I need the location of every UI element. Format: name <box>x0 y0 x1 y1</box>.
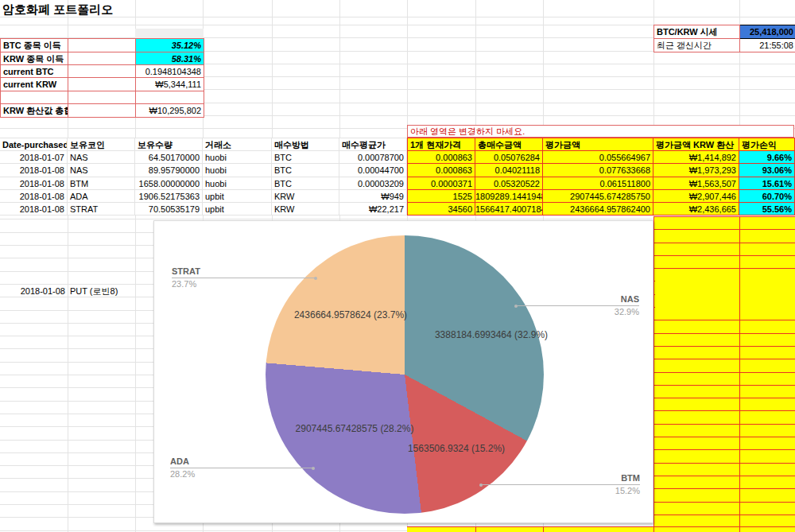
cell-avg-price[interactable]: 0.00003209 <box>339 177 407 190</box>
cell-date[interactable]: 2018-01-08 <box>0 190 68 203</box>
pie-chart-panel[interactable]: 2436664.9578624 (23.7%) 3388184.6993464 … <box>153 220 653 523</box>
cell-valuation[interactable]: 2907445.674285750 <box>543 190 653 203</box>
cell-valuation[interactable]: 0.055664967 <box>543 151 653 164</box>
cell-quantity[interactable]: 1906.52175363 <box>135 190 203 203</box>
cell-krw-conv[interactable]: ₩1,973,293 <box>653 164 739 177</box>
cell-total-buy[interactable]: 0.05076284 <box>475 151 543 164</box>
cell-empty[interactable] <box>68 78 136 91</box>
cell-valuation[interactable]: 0.061511800 <box>543 177 653 190</box>
callout-strat: STRAT 23.7% <box>172 266 316 289</box>
header-current-price[interactable]: 1개 현재가격 <box>407 138 475 151</box>
cell-method[interactable]: BTC <box>272 151 339 164</box>
cell-empty[interactable] <box>68 52 136 65</box>
yellow-filler-right[interactable] <box>653 216 795 526</box>
cell-method[interactable]: BTC <box>272 177 339 190</box>
cell-date[interactable]: 2018-01-07 <box>0 151 68 164</box>
cell-put-label[interactable]: PUT (로빈8) <box>68 285 135 298</box>
cell-empty[interactable] <box>136 91 204 104</box>
header-date[interactable]: Date-purchased <box>0 138 68 151</box>
header-valuation[interactable]: 평가금액 <box>543 138 653 151</box>
cell-exchange[interactable]: huobi <box>203 151 272 164</box>
header-avg-price[interactable]: 매수평균가 <box>339 138 407 151</box>
cell-current-price[interactable]: 1525 <box>407 190 475 203</box>
cell-method[interactable]: BTC <box>272 164 339 177</box>
yellow-filler-tall-row <box>655 274 795 316</box>
cell-empty[interactable] <box>68 39 136 52</box>
cell-krw-conv[interactable]: ₩1,414,892 <box>653 151 739 164</box>
cell-krw-conv[interactable]: ₩1,563,507 <box>653 177 739 190</box>
cell-krw-conv[interactable]: ₩2,907,446 <box>653 190 739 203</box>
cell-date[interactable]: 2018-01-08 <box>0 164 68 177</box>
cell-krw-conv[interactable]: ₩2,436,665 <box>653 203 739 216</box>
cell-method[interactable]: KRW <box>272 190 339 203</box>
cell-avg-price[interactable]: 0.00078700 <box>339 151 407 164</box>
cell-btc-gain-value[interactable]: 35.12% <box>136 39 204 52</box>
notice-banner[interactable]: 아래 영역은 변경하지 마세요. <box>407 125 794 138</box>
cell-btckrw-price[interactable]: 25,418,000 <box>740 25 795 39</box>
cell-profit[interactable]: 9.66% <box>739 151 795 164</box>
cell-total-buy[interactable]: 1809289.14419487 <box>475 190 543 203</box>
cell-current-btc-label[interactable]: current BTC <box>1 65 68 78</box>
cell-updated-time[interactable]: 21:55:08 <box>740 39 795 52</box>
cell-date[interactable]: 2018-01-08 <box>0 285 68 298</box>
cell-profit[interactable]: 93.06% <box>739 164 795 177</box>
cell-current-btc-value[interactable]: 0.1948104348 <box>136 65 204 78</box>
yellow-filler-bottom[interactable] <box>407 526 795 532</box>
sheet-title[interactable]: 암호화폐 포트폴리오 <box>2 2 113 17</box>
cell-date[interactable]: 2018-01-08 <box>0 177 68 190</box>
cell-avg-price[interactable]: ₩949 <box>339 190 407 203</box>
cell-method[interactable]: KRW <box>272 203 339 216</box>
header-exchange[interactable]: 거래소 <box>203 138 272 151</box>
header-profit[interactable]: 평가손익 <box>739 138 795 151</box>
cell-coin[interactable]: BTM <box>68 177 135 190</box>
cell-empty[interactable] <box>68 65 136 78</box>
cell-current-krw-value[interactable]: ₩5,344,111 <box>136 78 204 91</box>
cell-krw-gain-value[interactable]: 58.31% <box>136 52 204 65</box>
cell-exchange[interactable]: huobi <box>203 164 272 177</box>
cell-current-price[interactable]: 34560 <box>407 203 475 216</box>
cell-current-price[interactable]: 0.000863 <box>407 164 475 177</box>
cell-exchange[interactable]: huobi <box>203 177 272 190</box>
cell-avg-price[interactable]: ₩22,217 <box>339 203 407 216</box>
cell-krw-total-value[interactable]: ₩10,295,802 <box>136 104 204 118</box>
cell-profit[interactable]: 60.70% <box>739 190 795 203</box>
cell-profit[interactable]: 15.61% <box>739 177 795 190</box>
cell-krw-total-label[interactable]: KRW 환산값 총합 <box>1 104 68 118</box>
cell-current-krw-label[interactable]: current KRW <box>1 78 68 91</box>
cell-updated-label[interactable]: 최근 갱신시간 <box>654 39 740 52</box>
cell-exchange[interactable]: upbit <box>203 203 272 216</box>
cell-coin[interactable]: NAS <box>68 151 135 164</box>
cell-total-buy[interactable]: 1566417.40071843 <box>475 203 543 216</box>
gray-cell[interactable] <box>135 29 204 38</box>
cell-empty[interactable] <box>68 104 136 118</box>
cell-btc-gain-label[interactable]: BTC 종목 이득 <box>1 39 68 52</box>
cell-total-buy[interactable]: 0.04021118 <box>475 164 543 177</box>
header-total-buy[interactable]: 총매수금액 <box>475 138 543 151</box>
cell-quantity[interactable]: 1658.00000000 <box>135 177 203 190</box>
cell-coin[interactable]: NAS <box>68 164 135 177</box>
cell-valuation[interactable]: 0.077633668 <box>543 164 653 177</box>
header-quantity[interactable]: 보유수량 <box>135 138 203 151</box>
header-method[interactable]: 매수방법 <box>272 138 339 151</box>
cell-quantity[interactable]: 89.95790000 <box>135 164 203 177</box>
table-header-row: Date-purchased 보유코인 보유수량 거래소 매수방법 매수평균가 … <box>0 138 795 151</box>
cell-valuation[interactable]: 2436664.957862400 <box>543 203 653 216</box>
cell-empty[interactable] <box>68 91 136 104</box>
cell-krw-gain-label[interactable]: KRW 종목 이득 <box>1 52 68 65</box>
cell-total-buy[interactable]: 0.05320522 <box>475 177 543 190</box>
header-coin[interactable]: 보유코인 <box>68 138 135 151</box>
cell-coin[interactable]: STRAT <box>68 203 135 216</box>
cell-empty[interactable] <box>1 91 68 104</box>
cell-coin[interactable]: ADA <box>68 190 135 203</box>
table-row: 2018-01-07 NAS 64.50170000 huobi BTC 0.0… <box>0 151 795 164</box>
cell-current-price[interactable]: 0.000863 <box>407 151 475 164</box>
cell-btckrw-label[interactable]: BTC/KRW 시세 <box>654 25 740 39</box>
header-krw-conv[interactable]: 평가금액 KRW 환산 <box>653 138 739 151</box>
cell-current-price[interactable]: 0.0000371 <box>407 177 475 190</box>
cell-quantity[interactable]: 70.50535179 <box>135 203 203 216</box>
cell-avg-price[interactable]: 0.00044700 <box>339 164 407 177</box>
cell-quantity[interactable]: 64.50170000 <box>135 151 203 164</box>
cell-exchange[interactable]: upbit <box>203 190 272 203</box>
cell-date[interactable]: 2018-01-08 <box>0 203 68 216</box>
cell-profit[interactable]: 55.56% <box>739 203 795 216</box>
